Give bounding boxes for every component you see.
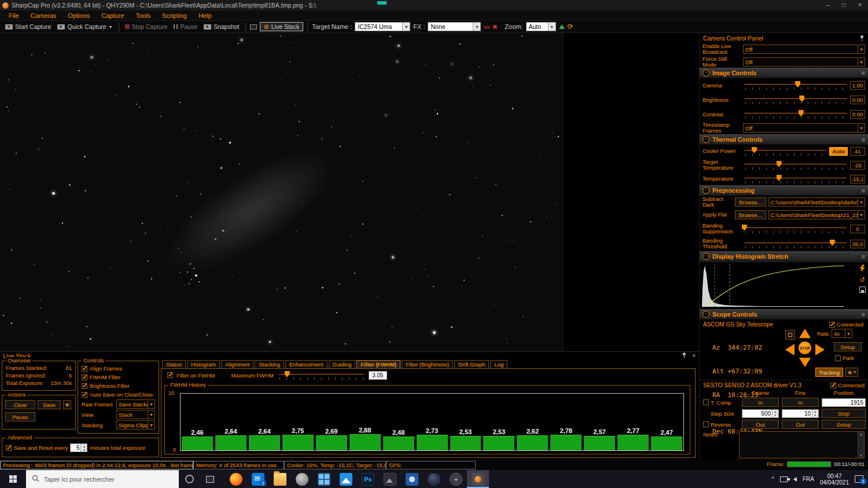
- scope-setup-button[interactable]: Setup: [834, 342, 862, 351]
- section-menu-icon[interactable]: ≡: [862, 69, 865, 76]
- cooler-auto-button[interactable]: Auto: [829, 147, 848, 156]
- tab-stacking[interactable]: Stacking: [255, 360, 284, 368]
- enable-broadcast-combo[interactable]: Off▼: [743, 45, 865, 54]
- chevron-down-icon[interactable]: ▼: [858, 58, 865, 66]
- tracking-toggle-button[interactable]: Tracking: [815, 368, 843, 377]
- save-reset-minutes-spinner[interactable]: 5▲▼: [70, 443, 87, 452]
- dock-panel-icon[interactable]: [250, 24, 257, 30]
- slew-west-button[interactable]: [785, 344, 795, 355]
- tab-guiding[interactable]: Guiding: [329, 360, 356, 368]
- chevron-down-icon[interactable]: ▼: [148, 410, 155, 419]
- save-button[interactable]: Save: [38, 400, 61, 409]
- chevron-down-icon[interactable]: ▼: [473, 23, 480, 31]
- pause-button[interactable]: Pause: [172, 23, 199, 30]
- tab-drift-graph[interactable]: Drift Graph: [454, 360, 489, 368]
- taskbar-app-settings[interactable]: [291, 470, 313, 488]
- menu-capture[interactable]: Capture: [96, 12, 129, 20]
- brightness-slider[interactable]: [743, 96, 848, 104]
- chevron-down-icon[interactable]: ▼: [148, 400, 155, 408]
- maximum-fwhm-slider[interactable]: [277, 371, 365, 380]
- section-thermal-controls[interactable]: ^ Thermal Controls ≡: [700, 134, 868, 145]
- notification-center-icon[interactable]: 1: [855, 475, 863, 483]
- snapshot-button[interactable]: Snapshot: [202, 23, 241, 30]
- timestamp-combo[interactable]: Off▼: [743, 123, 865, 133]
- banding-suppression-slider[interactable]: [743, 225, 848, 233]
- checkbox-icon[interactable]: [835, 355, 841, 361]
- subtract-dark-path-combo[interactable]: C:\Users\SharkFleet\Desktop\darks\...▼: [768, 197, 865, 207]
- collapse-icon[interactable]: ^: [703, 253, 709, 260]
- raw-frames-combo[interactable]: Save Stacked▼: [116, 399, 155, 409]
- focuser-stop-button[interactable]: Stop: [822, 409, 866, 418]
- tab-filter-fwhm[interactable]: Filter (FWHM): [356, 360, 400, 368]
- chevron-down-icon[interactable]: ▼: [845, 329, 852, 337]
- gamma-value[interactable]: 1.00: [850, 81, 865, 90]
- pin-icon[interactable]: [682, 353, 687, 359]
- focuser-position-value[interactable]: 1915: [822, 398, 866, 407]
- save-options-dropdown[interactable]: ▼: [63, 400, 71, 409]
- chevron-down-icon[interactable]: ▼: [858, 45, 865, 53]
- slider-thumb[interactable]: [795, 81, 800, 87]
- red-rect-select-icon[interactable]: ▭: [484, 24, 489, 30]
- collapse-icon[interactable]: ^: [703, 136, 709, 143]
- contrast-slider[interactable]: [743, 110, 848, 119]
- slew-north-button[interactable]: [799, 329, 811, 338]
- live-stack-button[interactable]: ≣ Live Stack: [260, 22, 304, 31]
- section-preprocessing[interactable]: ^ Preprocessing ≡: [700, 185, 868, 196]
- red-clear-selection-icon[interactable]: ✖: [492, 24, 497, 30]
- section-image-controls[interactable]: ^ Image Controls ≡: [700, 68, 868, 78]
- subtract-dark-browse-button[interactable]: Browse...: [735, 197, 766, 207]
- taskbar-app-phd2[interactable]: [445, 470, 467, 488]
- histogram-quick-icon[interactable]: [559, 24, 565, 29]
- checkbox-icon[interactable]: [82, 366, 87, 372]
- target-name-combo[interactable]: IC2574 Uma ▼: [355, 22, 410, 31]
- menu-tools[interactable]: Tools: [130, 12, 156, 20]
- clear-button[interactable]: Clear: [5, 400, 35, 409]
- brightness-value[interactable]: 0.00: [850, 96, 865, 104]
- slider-thumb[interactable]: [285, 371, 290, 377]
- taskbar-app-photoshop[interactable]: Ps: [357, 470, 379, 488]
- view-combo[interactable]: Stack▼: [116, 410, 155, 419]
- focuser-setup-button[interactable]: Setup: [822, 420, 866, 429]
- tab-log[interactable]: Log: [490, 360, 507, 368]
- taskbar-app-sharpcap[interactable]: [467, 470, 489, 488]
- section-menu-icon[interactable]: ≡: [862, 253, 865, 260]
- tab-histogram[interactable]: Histogram: [187, 360, 220, 368]
- save-stretch-icon[interactable]: [859, 287, 866, 293]
- menu-options[interactable]: Options: [62, 12, 95, 20]
- align-frames-checkbox[interactable]: Align Frames: [78, 364, 159, 373]
- banding-suppression-value[interactable]: 0: [850, 225, 865, 233]
- temperature-slider[interactable]: [743, 175, 848, 184]
- notes-textarea[interactable]: ▲▼: [739, 431, 865, 458]
- slew-stop-button[interactable]: STOP: [799, 342, 811, 354]
- histogram-stretch-display[interactable]: ↺: [700, 262, 868, 309]
- slider-thumb[interactable]: [777, 161, 782, 167]
- tab-status[interactable]: Status: [162, 360, 186, 368]
- chevron-down-icon[interactable]: ▼: [548, 23, 556, 31]
- collapse-icon[interactable]: ^: [703, 187, 709, 194]
- section-display-histogram-stretch[interactable]: ^ Display Histogram Stretch ≡: [700, 251, 868, 262]
- tray-clock[interactable]: 00:47 04/04/2021: [820, 473, 849, 486]
- cooler-power-slider[interactable]: [743, 147, 827, 156]
- slew-east-button[interactable]: [815, 344, 825, 355]
- close-icon[interactable]: ×: [692, 353, 696, 359]
- section-scope-controls[interactable]: ^ Scope Controls ≡: [700, 309, 868, 320]
- minimize-button[interactable]: –: [819, 0, 836, 10]
- scrollbar[interactable]: ▲▼: [858, 432, 864, 458]
- start-button[interactable]: [0, 470, 26, 488]
- collapse-icon[interactable]: ^: [703, 311, 709, 318]
- tcomp-checkbox[interactable]: [703, 399, 709, 405]
- start-capture-button[interactable]: Start Capture: [3, 23, 53, 30]
- temperature-value[interactable]: -15,1: [850, 175, 865, 184]
- rate-combo[interactable]: 4x▼: [832, 329, 852, 338]
- apply-flat-path-combo[interactable]: C:\Users\SharkFleet\Desktop\21_21...▼: [768, 210, 865, 219]
- save-reset-checkbox[interactable]: [6, 445, 12, 451]
- taskbar-search[interactable]: Taper ici pour rechercher: [26, 470, 179, 488]
- close-button[interactable]: ×: [852, 0, 868, 10]
- chevron-down-icon[interactable]: ▼: [402, 23, 410, 31]
- taskbar-app-store[interactable]: [313, 470, 335, 488]
- tray-volume-icon[interactable]: [793, 477, 797, 482]
- section-menu-icon[interactable]: ≡: [862, 136, 865, 143]
- cooler-power-value[interactable]: 41: [850, 147, 865, 156]
- tray-language[interactable]: FRA: [803, 476, 814, 482]
- checkbox-icon[interactable]: [829, 322, 835, 328]
